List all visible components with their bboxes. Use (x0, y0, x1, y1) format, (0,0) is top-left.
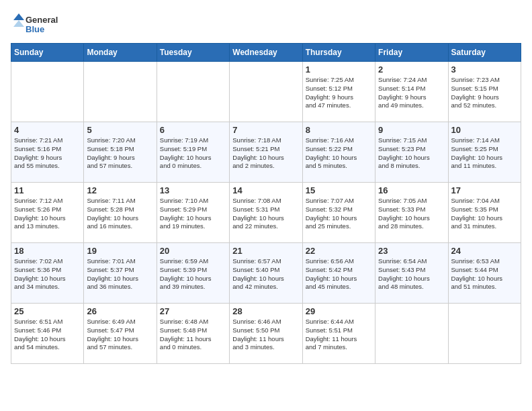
day-info-text: Sunrise: 6:46 AM Sunset: 5:50 PM Dayligh… (232, 318, 299, 352)
day-info-text: Sunrise: 7:24 AM Sunset: 5:14 PM Dayligh… (378, 76, 445, 110)
day-number: 8 (306, 125, 372, 135)
day-header-sunday: Sunday (11, 44, 84, 62)
calendar-cell: 27Sunrise: 6:48 AM Sunset: 5:48 PM Dayli… (157, 304, 229, 364)
day-number: 23 (378, 246, 445, 256)
calendar-cell: 28Sunrise: 6:46 AM Sunset: 5:50 PM Dayli… (230, 304, 302, 364)
calendar-cell: 21Sunrise: 6:57 AM Sunset: 5:40 PM Dayli… (230, 243, 302, 304)
calendar-cell (448, 304, 521, 364)
day-info-text: Sunrise: 7:21 AM Sunset: 5:16 PM Dayligh… (14, 136, 81, 171)
calendar-cell: 4Sunrise: 7:21 AM Sunset: 5:16 PM Daylig… (11, 122, 84, 183)
day-number: 13 (160, 185, 226, 195)
calendar-cell: 29Sunrise: 6:44 AM Sunset: 5:51 PM Dayli… (302, 304, 375, 364)
day-number: 10 (451, 125, 518, 135)
day-info-text: Sunrise: 6:54 AM Sunset: 5:43 PM Dayligh… (378, 257, 445, 291)
day-info-text: Sunrise: 6:48 AM Sunset: 5:48 PM Dayligh… (160, 318, 226, 352)
calendar-cell (230, 62, 302, 122)
day-info-text: Sunrise: 6:51 AM Sunset: 5:46 PM Dayligh… (14, 318, 81, 352)
day-number: 15 (306, 185, 372, 195)
day-header-tuesday: Tuesday (157, 44, 229, 62)
day-number: 7 (232, 125, 299, 135)
day-number: 18 (14, 246, 81, 256)
calendar-cell: 26Sunrise: 6:49 AM Sunset: 5:47 PM Dayli… (84, 304, 157, 364)
day-number: 4 (14, 125, 81, 135)
day-number: 6 (160, 125, 226, 135)
calendar-cell: 9Sunrise: 7:15 AM Sunset: 5:23 PM Daylig… (375, 122, 448, 183)
day-number: 5 (87, 125, 153, 135)
day-number: 9 (378, 125, 445, 135)
day-header-saturday: Saturday (448, 44, 521, 62)
day-info-text: Sunrise: 6:49 AM Sunset: 5:47 PM Dayligh… (87, 318, 153, 352)
calendar-cell: 14Sunrise: 7:08 AM Sunset: 5:31 PM Dayli… (230, 183, 302, 243)
calendar-cell: 23Sunrise: 6:54 AM Sunset: 5:43 PM Dayli… (375, 243, 448, 304)
day-info-text: Sunrise: 7:16 AM Sunset: 5:22 PM Dayligh… (306, 136, 372, 171)
day-info-text: Sunrise: 7:25 AM Sunset: 5:12 PM Dayligh… (306, 76, 372, 110)
calendar-cell: 2Sunrise: 7:24 AM Sunset: 5:14 PM Daylig… (375, 62, 448, 122)
day-header-friday: Friday (375, 44, 448, 62)
calendar-body: 1Sunrise: 7:25 AM Sunset: 5:12 PM Daylig… (11, 62, 521, 364)
calendar-cell: 12Sunrise: 7:11 AM Sunset: 5:28 PM Dayli… (84, 183, 157, 243)
calendar-week-4: 18Sunrise: 7:02 AM Sunset: 5:36 PM Dayli… (11, 243, 521, 304)
day-number: 3 (451, 64, 518, 75)
day-header-monday: Monday (84, 44, 157, 62)
day-number: 20 (160, 246, 226, 256)
calendar-cell: 25Sunrise: 6:51 AM Sunset: 5:46 PM Dayli… (11, 304, 84, 364)
day-header-thursday: Thursday (302, 44, 375, 62)
calendar-cell: 3Sunrise: 7:23 AM Sunset: 5:15 PM Daylig… (448, 62, 521, 122)
day-info-text: Sunrise: 7:01 AM Sunset: 5:37 PM Dayligh… (87, 257, 153, 291)
day-info-text: Sunrise: 7:12 AM Sunset: 5:26 PM Dayligh… (14, 197, 81, 231)
day-number: 16 (378, 185, 445, 195)
svg-marker-3 (13, 20, 24, 27)
day-number: 12 (87, 185, 153, 195)
calendar-cell: 17Sunrise: 7:04 AM Sunset: 5:35 PM Dayli… (448, 183, 521, 243)
calendar-cell: 7Sunrise: 7:18 AM Sunset: 5:21 PM Daylig… (230, 122, 302, 183)
calendar-cell: 10Sunrise: 7:14 AM Sunset: 5:25 PM Dayli… (448, 122, 521, 183)
calendar-cell: 16Sunrise: 7:05 AM Sunset: 5:33 PM Dayli… (375, 183, 448, 243)
day-info-text: Sunrise: 6:44 AM Sunset: 5:51 PM Dayligh… (306, 318, 372, 352)
calendar-cell: 6Sunrise: 7:19 AM Sunset: 5:19 PM Daylig… (157, 122, 229, 183)
svg-marker-2 (13, 13, 24, 20)
day-number: 21 (232, 246, 299, 256)
day-number: 28 (232, 306, 299, 316)
day-info-text: Sunrise: 7:11 AM Sunset: 5:28 PM Dayligh… (87, 197, 153, 231)
header: General Blue (11, 11, 521, 38)
calendar-cell: 24Sunrise: 6:53 AM Sunset: 5:44 PM Dayli… (448, 243, 521, 304)
calendar-cell: 1Sunrise: 7:25 AM Sunset: 5:12 PM Daylig… (302, 62, 375, 122)
day-number: 17 (451, 185, 518, 195)
day-info-text: Sunrise: 7:08 AM Sunset: 5:31 PM Dayligh… (232, 197, 299, 231)
calendar-cell (11, 62, 84, 122)
calendar-week-1: 1Sunrise: 7:25 AM Sunset: 5:12 PM Daylig… (11, 62, 521, 122)
day-info-text: Sunrise: 7:07 AM Sunset: 5:32 PM Dayligh… (306, 197, 372, 231)
day-info-text: Sunrise: 7:20 AM Sunset: 5:18 PM Dayligh… (87, 136, 153, 171)
calendar-table: SundayMondayTuesdayWednesdayThursdayFrid… (11, 43, 521, 364)
day-info-text: Sunrise: 6:57 AM Sunset: 5:40 PM Dayligh… (232, 257, 299, 291)
day-number: 1 (306, 64, 372, 75)
day-number: 25 (14, 306, 81, 316)
day-number: 26 (87, 306, 153, 316)
svg-text:General: General (26, 15, 58, 25)
day-number: 29 (306, 306, 372, 316)
calendar-cell (375, 304, 448, 364)
calendar-cell: 19Sunrise: 7:01 AM Sunset: 5:37 PM Dayli… (84, 243, 157, 304)
day-info-text: Sunrise: 7:19 AM Sunset: 5:19 PM Dayligh… (160, 136, 226, 171)
svg-text:Blue: Blue (26, 24, 44, 34)
calendar-cell (84, 62, 157, 122)
calendar-header-row: SundayMondayTuesdayWednesdayThursdayFrid… (11, 44, 521, 62)
logo: General Blue (11, 11, 64, 38)
calendar-cell: 11Sunrise: 7:12 AM Sunset: 5:26 PM Dayli… (11, 183, 84, 243)
day-info-text: Sunrise: 7:18 AM Sunset: 5:21 PM Dayligh… (232, 136, 299, 171)
day-info-text: Sunrise: 7:05 AM Sunset: 5:33 PM Dayligh… (378, 197, 445, 231)
day-info-text: Sunrise: 7:02 AM Sunset: 5:36 PM Dayligh… (14, 257, 81, 291)
day-info-text: Sunrise: 7:23 AM Sunset: 5:15 PM Dayligh… (451, 76, 518, 110)
calendar-cell: 8Sunrise: 7:16 AM Sunset: 5:22 PM Daylig… (302, 122, 375, 183)
logo-svg: General Blue (11, 11, 64, 38)
calendar-week-5: 25Sunrise: 6:51 AM Sunset: 5:46 PM Dayli… (11, 304, 521, 364)
calendar-week-3: 11Sunrise: 7:12 AM Sunset: 5:26 PM Dayli… (11, 183, 521, 243)
day-info-text: Sunrise: 7:15 AM Sunset: 5:23 PM Dayligh… (378, 136, 445, 171)
day-number: 11 (14, 185, 81, 195)
day-number: 24 (451, 246, 518, 256)
day-info-text: Sunrise: 7:10 AM Sunset: 5:29 PM Dayligh… (160, 197, 226, 231)
day-info-text: Sunrise: 6:53 AM Sunset: 5:44 PM Dayligh… (451, 257, 518, 291)
calendar-cell (157, 62, 229, 122)
calendar-cell: 18Sunrise: 7:02 AM Sunset: 5:36 PM Dayli… (11, 243, 84, 304)
day-info-text: Sunrise: 6:59 AM Sunset: 5:39 PM Dayligh… (160, 257, 226, 291)
